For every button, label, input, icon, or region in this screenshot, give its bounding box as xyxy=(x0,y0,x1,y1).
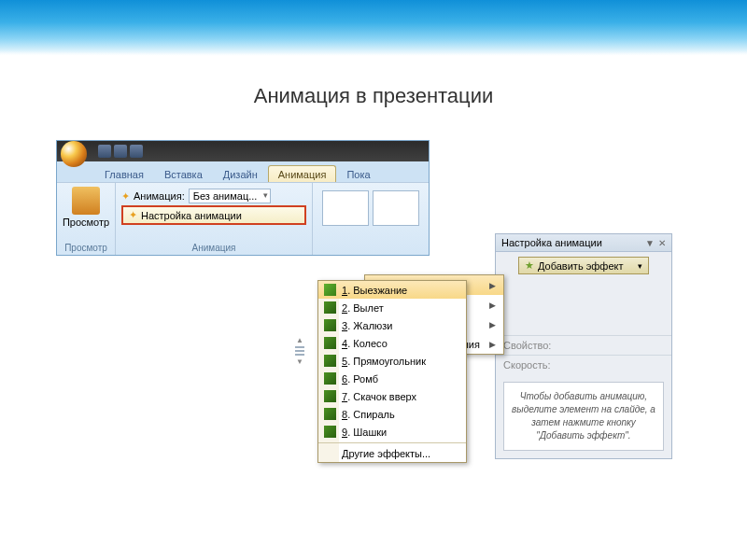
quick-access-toolbar xyxy=(98,145,143,158)
effect-icon xyxy=(324,337,336,349)
effect-item[interactable]: 8. Спираль xyxy=(318,405,466,423)
effect-item[interactable]: 4. Колесо xyxy=(318,334,466,352)
tab-slideshow[interactable]: Пока xyxy=(336,165,380,182)
effect-item[interactable]: 5. Прямоугольник xyxy=(318,352,466,370)
qat-redo-icon[interactable] xyxy=(130,145,143,158)
speed-row: Скорость: xyxy=(496,355,671,374)
effect-icon xyxy=(324,426,336,438)
more-effects-label: Другие эффекты... xyxy=(342,448,430,459)
qat-save-icon[interactable] xyxy=(98,145,111,158)
effect-icon xyxy=(324,372,336,385)
custom-animation-label: Настройка анимации xyxy=(141,210,242,221)
ribbon-tabs: Главная Вставка Дизайн Анимация Пока xyxy=(57,161,429,182)
effect-item[interactable]: 3. Жалюзи xyxy=(318,316,466,334)
group-preview: Просмотр Просмотр xyxy=(57,183,116,255)
effect-item[interactable]: 9. Шашки xyxy=(318,423,466,441)
chevron-right-icon: ▶ xyxy=(489,320,496,329)
custom-animation-button[interactable]: ✦ Настройка анимации xyxy=(121,205,306,225)
chevron-right-icon: ▶ xyxy=(489,301,496,310)
ribbon-window: Главная Вставка Дизайн Анимация Пока Про… xyxy=(56,140,430,256)
custom-animation-pane: Настройка анимации ▼ ✕ ★ Добавить эффект… xyxy=(495,233,672,459)
slide-title: Анимация в презентации xyxy=(0,84,747,108)
window-titlebar xyxy=(57,141,429,161)
transition-thumb[interactable] xyxy=(322,190,369,226)
group-label-preview: Просмотр xyxy=(63,241,109,253)
tab-insert[interactable]: Вставка xyxy=(154,165,213,182)
menu-separator xyxy=(318,442,466,443)
property-row: Свойство: xyxy=(496,335,671,355)
hint-text: Чтобы добавить анимацию, выделите элемен… xyxy=(503,382,664,451)
star-icon: ★ xyxy=(525,259,534,272)
effect-icon xyxy=(324,301,336,314)
animation-row: ✦ Анимация: Без анимац... xyxy=(121,189,306,203)
effect-item[interactable]: 1. Выезжание xyxy=(318,281,466,299)
pane-dropdown-icon[interactable]: ▼ xyxy=(645,238,655,248)
tab-home[interactable]: Главная xyxy=(94,165,154,182)
effect-icon xyxy=(324,408,336,420)
preview-button[interactable]: Просмотр xyxy=(63,187,109,228)
decorative-wave xyxy=(0,0,747,56)
effect-item[interactable]: 7. Скачок вверх xyxy=(318,387,466,405)
office-orb-icon[interactable] xyxy=(61,141,87,167)
pane-header: Настройка анимации ▼ ✕ xyxy=(496,234,671,252)
animation-combo[interactable]: Без анимац... xyxy=(189,189,272,203)
chevron-right-icon: ▶ xyxy=(489,281,496,290)
tab-design[interactable]: Дизайн xyxy=(213,165,268,182)
preview-icon xyxy=(72,187,100,215)
pane-close-icon[interactable]: ✕ xyxy=(658,238,666,248)
tab-animation[interactable]: Анимация xyxy=(268,165,337,182)
effect-icon xyxy=(324,390,336,402)
effect-icon xyxy=(324,319,336,331)
ribbon-body: Просмотр Просмотр ✦ Анимация: Без анимац… xyxy=(57,182,429,255)
qat-undo-icon[interactable] xyxy=(114,145,127,158)
animate-icon: ✦ xyxy=(121,190,130,203)
group-label-animation: Анимация xyxy=(121,241,306,253)
chevron-right-icon: ▶ xyxy=(489,340,496,349)
effect-icon xyxy=(324,284,336,296)
gear-star-icon: ✦ xyxy=(129,209,137,221)
preview-label: Просмотр xyxy=(63,217,109,228)
animation-label: Анимация: xyxy=(134,190,185,202)
scroll-indicator: ▲▼ xyxy=(294,336,305,392)
more-effects-item[interactable]: Другие эффекты... xyxy=(318,445,466,462)
pane-title: Настройка анимации xyxy=(501,237,602,248)
group-transitions xyxy=(313,183,429,255)
add-effect-label: Добавить эффект xyxy=(538,260,623,272)
effect-item[interactable]: 6. Ромб xyxy=(318,370,466,387)
effect-icon xyxy=(324,355,336,367)
effect-item[interactable]: 2. Вылет xyxy=(318,299,466,316)
effect-list-menu: 1. Выезжание 2. Вылет 3. Жалюзи 4. Колес… xyxy=(317,280,467,463)
group-animation: ✦ Анимация: Без анимац... ✦ Настройка ан… xyxy=(116,183,313,255)
transition-thumb[interactable] xyxy=(373,190,419,226)
add-effect-button[interactable]: ★ Добавить эффект xyxy=(518,257,649,274)
